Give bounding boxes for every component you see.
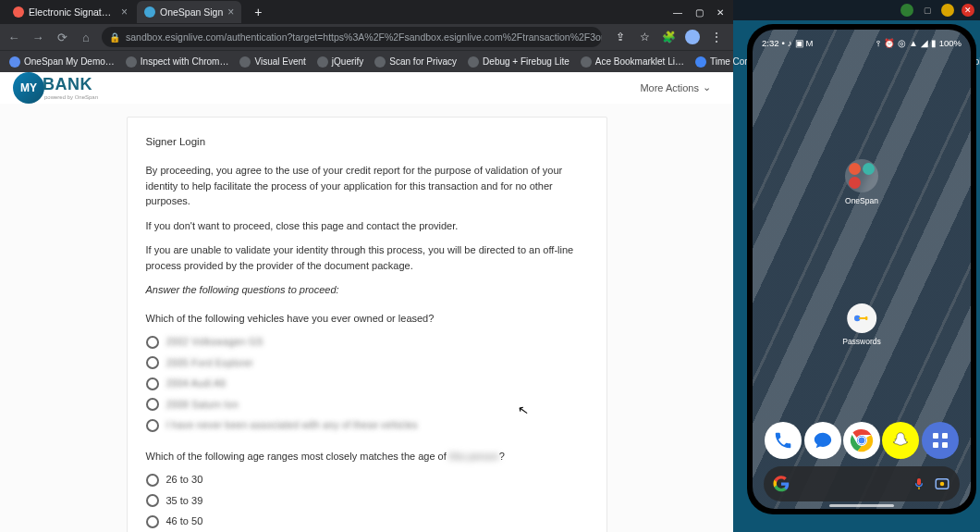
- host-maximize[interactable]: ▢: [921, 4, 934, 17]
- svg-rect-8: [942, 433, 948, 439]
- app-folder[interactable]: OneSpan: [845, 159, 878, 205]
- status-note-icon: ♪: [788, 38, 792, 48]
- logo-text: BANK: [43, 75, 98, 94]
- app-header: MY BANK powered by OneSpan More Actions …: [0, 72, 724, 104]
- page-body: Signer Login By proceeding, you agree to…: [0, 72, 733, 532]
- q1-option[interactable]: 2008 Saturn Ion: [146, 394, 588, 415]
- share-icon[interactable]: ⇪: [613, 30, 628, 44]
- bookmark-item[interactable]: Inspect with Chrom…: [122, 56, 233, 68]
- q1-option[interactable]: 2004 Audi A6: [146, 373, 588, 394]
- more-actions-label: More Actions: [640, 82, 699, 93]
- forward-button[interactable]: →: [30, 31, 46, 44]
- tab-label: Electronic Signature, Cloud Auth: [29, 6, 116, 18]
- chrome-app[interactable]: [843, 422, 880, 459]
- tab-close-icon[interactable]: ×: [227, 6, 234, 19]
- google-search-bar[interactable]: [764, 466, 960, 501]
- consent-text-1: By proceeding, you agree to the use of y…: [146, 163, 588, 209]
- option-label: 2008 Saturn Ion: [166, 397, 239, 413]
- q2-option[interactable]: 26 to 30: [146, 469, 588, 490]
- folder-app-icon: [863, 163, 875, 175]
- bookmark-item[interactable]: Debug + Firebug Lite: [464, 56, 573, 68]
- more-actions-button[interactable]: More Actions ⌄: [640, 81, 711, 93]
- favicon: [13, 6, 24, 18]
- q2-option[interactable]: 35 to 39: [146, 490, 588, 512]
- q1-option[interactable]: I have never been associated with any of…: [146, 414, 588, 436]
- q1-option[interactable]: 2002 Volkswagen GS: [146, 331, 588, 353]
- host-minimize[interactable]: [900, 4, 913, 17]
- bookmark-item[interactable]: jQuerify: [313, 56, 367, 68]
- radio-icon: [146, 515, 159, 528]
- radio-icon: [146, 419, 159, 432]
- toolbar-icons: ⇪ ☆ 🧩 ⋮: [609, 30, 728, 44]
- messages-app[interactable]: [804, 422, 841, 459]
- bookmark-label: Ace Bookmarklet Li…: [595, 56, 684, 67]
- bookmark-label: OneSpan My Demo…: [24, 56, 115, 67]
- browser-window: Electronic Signature, Cloud Auth × OneSp…: [0, 0, 733, 532]
- tab-1[interactable]: Electronic Signature, Cloud Auth ×: [6, 1, 135, 23]
- maximize-button[interactable]: ▢: [695, 7, 704, 18]
- app-drawer[interactable]: [922, 422, 959, 459]
- tab-2[interactable]: OneSpan Sign ×: [137, 1, 241, 23]
- snapchat-app[interactable]: [882, 422, 919, 459]
- bookmark-item[interactable]: Scan for Privacy: [371, 56, 460, 68]
- status-bar: 2:32 • ♪ ▣ M ⫯ ⏰ ◎ ▲ ◢ ▮ 100%: [762, 35, 962, 50]
- bookmark-item[interactable]: Ace Bookmarklet Li…: [577, 56, 688, 68]
- bank-logo: MY BANK powered by OneSpan: [13, 72, 98, 104]
- phone-screen[interactable]: 2:32 • ♪ ▣ M ⫯ ⏰ ◎ ▲ ◢ ▮ 100%: [753, 30, 971, 509]
- phone-frame: 2:32 • ♪ ▣ M ⫯ ⏰ ◎ ▲ ◢ ▮ 100%: [747, 24, 976, 514]
- new-tab-button[interactable]: +: [249, 5, 267, 19]
- minimize-button[interactable]: —: [673, 7, 682, 18]
- radio-icon: [146, 398, 159, 411]
- star-icon[interactable]: ☆: [637, 30, 652, 44]
- lens-icon[interactable]: [934, 476, 950, 492]
- window-controls: — ▢ ✕: [673, 7, 733, 18]
- option-label: 2005 Ford Explorer: [166, 355, 253, 371]
- radio-icon: [146, 494, 159, 507]
- status-dot-icon: •: [782, 38, 785, 48]
- home-button[interactable]: ⌂: [78, 31, 94, 44]
- bookmark-item[interactable]: OneSpan My Demo…: [6, 56, 118, 68]
- svg-rect-12: [918, 487, 919, 489]
- passwords-widget[interactable]: Passwords: [842, 303, 881, 346]
- option-label: 26 to 30: [166, 472, 203, 488]
- host-warn[interactable]: [941, 4, 954, 17]
- svg-rect-10: [942, 442, 948, 448]
- status-signal-icon: ◢: [921, 38, 928, 48]
- status-battery-text: 100%: [939, 38, 962, 48]
- status-time: 2:32: [762, 38, 779, 48]
- q1-option[interactable]: 2005 Ford Explorer: [146, 353, 588, 374]
- google-icon: [773, 476, 790, 492]
- reload-button[interactable]: ⟳: [54, 31, 70, 44]
- address-bar-row: ← → ⟳ ⌂ 🔒 sandbox.esignlive.com/authenti…: [0, 24, 733, 50]
- lock-icon: 🔒: [109, 32, 120, 43]
- q2-option[interactable]: 46 to 50: [146, 511, 588, 532]
- radio-icon: [146, 356, 159, 369]
- radio-icon: [146, 377, 159, 390]
- bookmarks-bar: OneSpan My Demo… Inspect with Chrom… Vis…: [0, 50, 733, 72]
- mic-icon[interactable]: [912, 476, 926, 491]
- q2-prefix: Which of the following age ranges most c…: [146, 451, 449, 462]
- svg-point-14: [940, 482, 945, 487]
- url-text: sandbox.esignlive.com/authentication?tar…: [126, 31, 602, 43]
- bookmark-label: Visual Event: [254, 56, 305, 67]
- svg-rect-7: [933, 433, 938, 439]
- q2-suffix: ?: [499, 451, 505, 462]
- host-close[interactable]: ✕: [962, 4, 974, 17]
- signer-login-card: Signer Login By proceeding, you agree to…: [127, 117, 607, 532]
- option-label: 35 to 39: [166, 493, 203, 509]
- address-bar[interactable]: 🔒 sandbox.esignlive.com/authentication?t…: [102, 27, 602, 47]
- passwords-icon: [847, 303, 876, 333]
- menu-icon[interactable]: ⋮: [709, 30, 724, 44]
- back-button[interactable]: ←: [6, 31, 22, 44]
- nav-handle[interactable]: [829, 504, 894, 507]
- profile-avatar[interactable]: [685, 30, 700, 44]
- close-button[interactable]: ✕: [717, 7, 724, 18]
- status-battery-icon: ▮: [931, 38, 937, 48]
- status-location-icon: ◎: [898, 38, 906, 48]
- tab-close-icon[interactable]: ×: [121, 6, 128, 19]
- phone-app[interactable]: [765, 422, 802, 459]
- extensions-icon[interactable]: 🧩: [661, 30, 676, 44]
- favicon: [144, 6, 155, 18]
- bookmark-item[interactable]: Visual Event: [236, 56, 309, 68]
- question-2-text: Which of the following age ranges most c…: [146, 449, 588, 464]
